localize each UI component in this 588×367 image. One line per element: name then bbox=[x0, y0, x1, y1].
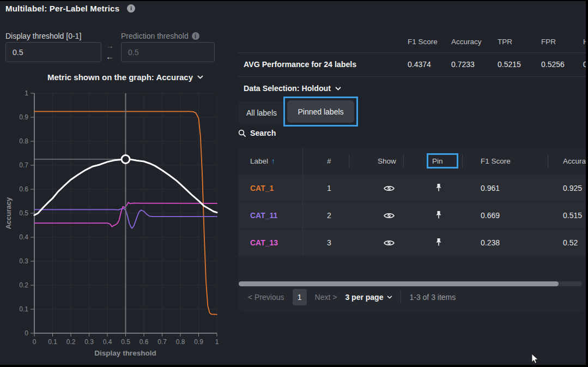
sort-ascending-icon: ↑ bbox=[271, 157, 275, 165]
x-tick-label: 0.2 bbox=[66, 338, 76, 346]
avg-col-tpr: TPR bbox=[498, 38, 512, 46]
tab-pinned-labels[interactable]: Pinned labels bbox=[287, 100, 354, 123]
column-header-label[interactable]: Label↑ bbox=[250, 157, 275, 165]
eye-icon[interactable] bbox=[384, 239, 395, 249]
x-tick-label: 0.7 bbox=[157, 338, 167, 346]
avg-row-label: AVG Performance for 24 labels bbox=[244, 60, 356, 69]
pagination: < Previous 1 Next > 3 per page 1-3 of 3 … bbox=[248, 288, 456, 306]
x-tick-label: 0.6 bbox=[140, 338, 149, 346]
chevron-down-icon bbox=[335, 87, 341, 91]
x-tick-label: 1 bbox=[215, 338, 219, 346]
next-label: Next bbox=[315, 293, 331, 302]
per-page-dropdown[interactable]: 3 per page bbox=[345, 293, 392, 302]
screenshot-stage: Multilabel: Per-Label Metrics i Display … bbox=[0, 0, 588, 367]
x-axis-label: Display threshold bbox=[94, 349, 156, 357]
tab-all-labels-text: All labels bbox=[246, 109, 277, 117]
y-tick-label: 0.6 bbox=[19, 185, 28, 193]
label-cell[interactable]: CAT_13 bbox=[250, 238, 278, 247]
table-row: CAT_11 2 0.669 0.515 bbox=[238, 202, 586, 228]
tab-pinned-labels-text: Pinned labels bbox=[298, 107, 343, 116]
metrics-chart[interactable]: 00.10.20.30.40.50.60.70.80.9100.10.20.30… bbox=[0, 1, 234, 365]
mouse-cursor bbox=[531, 354, 539, 365]
horizontal-scrollbar[interactable] bbox=[239, 281, 582, 286]
avg-col-fpr: FPR bbox=[541, 38, 556, 46]
y-tick-label: 0.1 bbox=[19, 305, 28, 313]
search-control[interactable]: Search bbox=[238, 129, 276, 137]
chevron-down-icon bbox=[387, 296, 392, 299]
label-cell[interactable]: CAT_1 bbox=[250, 184, 274, 192]
rank-cell: 3 bbox=[327, 238, 331, 247]
column-header-pin[interactable]: Pin bbox=[432, 157, 443, 165]
avg-col-f1: F1 Score bbox=[408, 38, 438, 46]
x-tick-label: 0.9 bbox=[194, 338, 203, 346]
y-tick-label: 0 bbox=[25, 329, 28, 337]
pin-icon[interactable] bbox=[435, 183, 442, 194]
x-tick-label: 0.3 bbox=[84, 338, 94, 346]
eye-icon[interactable] bbox=[384, 184, 395, 194]
tab-all-labels[interactable]: All labels bbox=[238, 101, 285, 124]
accuracy-cell: 0.515 bbox=[563, 211, 582, 220]
column-header-show[interactable]: Show bbox=[378, 157, 396, 165]
pin-icon[interactable] bbox=[435, 210, 442, 221]
column-header-label-text: Label bbox=[250, 157, 268, 165]
rank-cell: 1 bbox=[327, 184, 331, 192]
x-tick-label: 0.8 bbox=[176, 338, 185, 346]
divider bbox=[548, 154, 548, 167]
y-tick-label: 0.4 bbox=[19, 233, 28, 241]
divider bbox=[238, 76, 586, 77]
column-header-num[interactable]: # bbox=[327, 157, 331, 165]
avg-col-accuracy: Accuracy bbox=[451, 38, 482, 46]
search-label: Search bbox=[250, 129, 276, 137]
divider bbox=[349, 154, 349, 167]
pin-icon[interactable] bbox=[435, 238, 442, 249]
avg-col-clipped: H bbox=[583, 38, 586, 46]
avg-fpr-value: 0.5256 bbox=[541, 60, 565, 69]
divider bbox=[302, 148, 303, 256]
items-range-label: 1-3 of 3 items bbox=[409, 293, 456, 302]
scrollbar-thumb[interactable] bbox=[239, 281, 559, 286]
divider bbox=[462, 154, 463, 167]
threshold-marker bbox=[122, 155, 130, 164]
y-tick-label: 0.8 bbox=[19, 137, 28, 145]
next-page-button[interactable]: Next > bbox=[315, 293, 337, 302]
y-tick-label: 0.7 bbox=[19, 161, 28, 169]
right-panel: F1 Score Accuracy TPR FPR H AVG Performa… bbox=[238, 1, 586, 365]
accuracy-cell: 0.52 bbox=[563, 238, 578, 247]
avg-accuracy-value: 0.7233 bbox=[451, 60, 475, 69]
avg-tpr-value: 0.5215 bbox=[498, 60, 521, 69]
highlight-box-pinned-labels: Pinned labels bbox=[283, 97, 358, 127]
avg-clipped-value: 0 bbox=[583, 60, 586, 69]
chevron-left-icon: < bbox=[248, 293, 252, 302]
x-tick-label: 0.5 bbox=[121, 338, 130, 346]
f1-cell: 0.238 bbox=[481, 238, 500, 247]
f1-cell: 0.669 bbox=[481, 211, 500, 220]
y-tick-label: 1 bbox=[25, 89, 28, 97]
previous-page-button[interactable]: < Previous bbox=[248, 293, 284, 302]
previous-label: Previous bbox=[254, 293, 284, 302]
divider bbox=[238, 52, 586, 53]
divider bbox=[401, 291, 401, 303]
table-row: CAT_1 1 0.961 0.925 bbox=[238, 175, 586, 201]
data-selection-dropdown[interactable]: Data Selection: Holdout bbox=[244, 84, 341, 93]
label-cell[interactable]: CAT_11 bbox=[250, 211, 277, 220]
y-axis-label: Accuracy bbox=[4, 197, 13, 229]
y-tick-label: 0.3 bbox=[19, 257, 28, 265]
per-page-label: 3 per page bbox=[345, 293, 383, 302]
eye-icon[interactable] bbox=[384, 212, 395, 221]
data-selection-label: Data Selection: Holdout bbox=[244, 84, 331, 93]
column-header-f1[interactable]: F1 Score bbox=[481, 157, 511, 165]
y-tick-label: 0.9 bbox=[19, 113, 28, 121]
divider bbox=[403, 154, 404, 167]
search-icon bbox=[238, 129, 246, 137]
label-table: Label↑ # Show Pin F1 Score Accuracy CAT_… bbox=[238, 148, 586, 312]
chevron-right-icon: > bbox=[332, 293, 337, 302]
accuracy-cell: 0.925 bbox=[563, 184, 582, 192]
avg-f1-value: 0.4374 bbox=[408, 60, 431, 69]
y-tick-label: 0.2 bbox=[19, 281, 28, 289]
rank-cell: 2 bbox=[327, 211, 331, 220]
multilabel-metrics-panel: Multilabel: Per-Label Metrics i Display … bbox=[0, 1, 586, 365]
table-row: CAT_13 3 0.238 0.52 bbox=[238, 230, 586, 256]
column-header-accuracy[interactable]: Accuracy bbox=[563, 157, 586, 165]
page-number-button[interactable]: 1 bbox=[293, 289, 307, 305]
x-tick-label: 0.1 bbox=[48, 338, 57, 346]
